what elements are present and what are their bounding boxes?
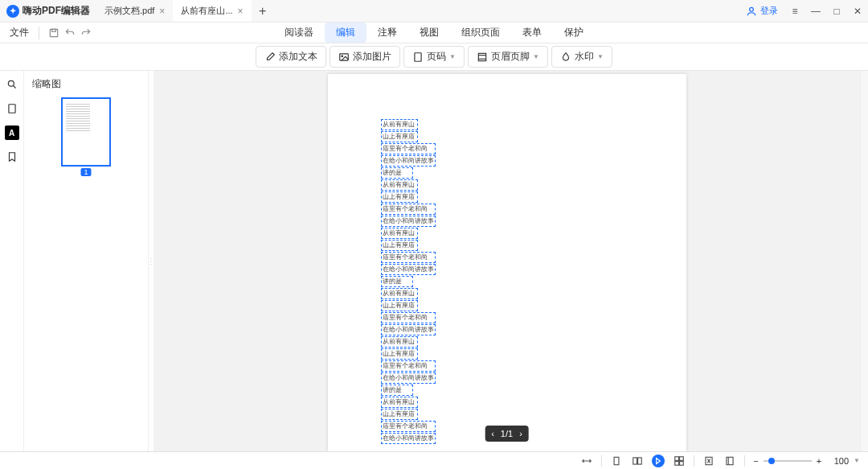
text-block[interactable]: 从前有座山	[381, 228, 418, 239]
next-page-button[interactable]: ›	[519, 429, 522, 438]
text-block[interactable]: 山上有座庙	[381, 131, 418, 142]
add-image-button[interactable]: 添加图片	[330, 46, 400, 68]
tab-protect[interactable]: 保护	[553, 23, 595, 43]
watermark-icon	[560, 51, 571, 63]
page-number-button[interactable]: 页码 ▼	[403, 46, 465, 68]
two-page-icon[interactable]	[631, 455, 644, 467]
single-page-icon[interactable]	[610, 455, 623, 467]
header-footer-icon	[477, 51, 488, 63]
tab-view[interactable]: 视图	[408, 23, 450, 43]
text-block[interactable]: 讲的是	[381, 167, 413, 179]
text-block[interactable]: 山上有座庙	[381, 240, 418, 251]
text-block[interactable]: 从前有座山	[381, 397, 418, 408]
text-block[interactable]: 庙里有个老和尚	[381, 360, 436, 372]
text-block[interactable]: 在给小和尚讲故事	[381, 155, 436, 167]
chevron-down-icon[interactable]: ▼	[854, 457, 860, 464]
undo-icon[interactable]	[62, 25, 78, 41]
text-block[interactable]: 讲的是	[381, 276, 413, 287]
tab-label: 示例文档.pdf	[104, 5, 154, 17]
text-block[interactable]: 在给小和尚讲故事	[381, 433, 436, 444]
app-logo-icon: ✦	[6, 5, 19, 18]
svg-point-0	[750, 7, 754, 11]
tab-form[interactable]: 表单	[511, 23, 553, 43]
text-block[interactable]: 从前有座山	[381, 119, 418, 130]
tab-edit[interactable]: 编辑	[325, 23, 366, 43]
app-brand: ✦ 嗨动PDF编辑器	[0, 4, 96, 18]
text-block[interactable]: 庙里有个老和尚	[381, 252, 436, 263]
bookmark-icon[interactable]	[5, 150, 19, 164]
continuous-scroll-icon[interactable]	[652, 455, 665, 467]
text-icon[interactable]: A	[5, 125, 19, 140]
svg-rect-17	[680, 456, 684, 460]
fit-width-icon[interactable]	[580, 455, 593, 467]
svg-point-9	[8, 80, 14, 86]
svg-marker-15	[657, 458, 661, 463]
close-icon[interactable]: ×	[159, 6, 165, 17]
continuous-two-page-icon[interactable]	[673, 455, 686, 467]
chevron-down-icon: ▼	[597, 53, 604, 60]
search-icon[interactable]	[5, 77, 19, 92]
file-menu[interactable]: 文件	[6, 26, 32, 39]
text-block[interactable]: 庙里有个老和尚	[381, 204, 436, 215]
minimize-button[interactable]: —	[805, 0, 826, 23]
thumbnail-page-number: 1	[80, 168, 91, 176]
actual-size-icon[interactable]	[723, 455, 736, 467]
tab-doc-0[interactable]: 示例文档.pdf ×	[96, 0, 173, 22]
text-block[interactable]: 在给小和尚讲故事	[381, 324, 436, 335]
svg-rect-19	[680, 461, 684, 465]
svg-rect-12	[614, 457, 619, 464]
maximize-button[interactable]: □	[826, 0, 847, 23]
svg-rect-18	[675, 461, 679, 465]
text-block[interactable]: 从前有座山	[381, 336, 418, 348]
text-block[interactable]: 庙里有个老和尚	[381, 421, 436, 432]
prev-page-button[interactable]: ‹	[491, 429, 494, 438]
add-text-button[interactable]: 添加文本	[256, 46, 326, 68]
text-block[interactable]: 山上有座庙	[381, 300, 418, 311]
canvas[interactable]: 从前有座山山上有座庙庙里有个老和尚在给小和尚讲故事讲的是从前有座山山上有座庙庙里…	[154, 71, 860, 451]
page-1[interactable]: 从前有座山山上有座庙庙里有个老和尚在给小和尚讲故事讲的是从前有座山山上有座庙庙里…	[328, 74, 686, 451]
login-button[interactable]: 登录	[739, 5, 784, 17]
text-block[interactable]: 在给小和尚讲故事	[381, 216, 436, 227]
fit-page-icon[interactable]	[702, 455, 715, 467]
svg-rect-13	[633, 457, 637, 463]
close-button[interactable]: ✕	[847, 0, 868, 23]
text-block[interactable]: 在给小和尚讲故事	[381, 264, 436, 275]
thumbnails-icon[interactable]	[5, 101, 19, 116]
page-thumbnail-1[interactable]: 1	[61, 97, 111, 167]
thumbnail-panel-title: 缩略图	[31, 77, 141, 91]
text-block[interactable]: 庙里有个老和尚	[381, 312, 436, 323]
svg-point-4	[342, 55, 343, 56]
tab-organize[interactable]: 组织页面	[450, 23, 511, 43]
svg-rect-2	[52, 29, 56, 31]
svg-rect-14	[638, 457, 642, 463]
close-icon[interactable]: ×	[238, 6, 244, 17]
vertical-scrollbar[interactable]	[860, 71, 868, 451]
text-block[interactable]: 在给小和尚讲故事	[381, 372, 436, 384]
save-icon[interactable]	[46, 25, 62, 41]
user-icon	[746, 6, 757, 17]
tab-doc-1[interactable]: 从前有座山... ×	[173, 0, 251, 22]
svg-rect-3	[340, 53, 349, 60]
text-block[interactable]: 山上有座庙	[381, 191, 418, 203]
add-tab-button[interactable]: +	[252, 0, 274, 22]
text-block[interactable]: 从前有座山	[381, 179, 418, 191]
text-block[interactable]: 山上有座庙	[381, 348, 418, 360]
image-icon	[338, 51, 350, 63]
left-rail: A	[0, 71, 24, 451]
tab-reader[interactable]: 阅读器	[273, 23, 325, 43]
text-block[interactable]: 山上有座庙	[381, 409, 418, 420]
menu-icon[interactable]: ≡	[784, 0, 805, 23]
svg-rect-5	[415, 52, 421, 61]
zoom-out-button[interactable]: −	[753, 456, 758, 466]
text-block[interactable]: 从前有座山	[381, 288, 418, 299]
watermark-button[interactable]: 水印 ▼	[551, 46, 612, 68]
text-block[interactable]: 庙里有个老和尚	[381, 143, 436, 154]
zoom-in-button[interactable]: +	[817, 456, 821, 466]
zoom-slider[interactable]	[764, 460, 812, 462]
redo-icon[interactable]	[78, 25, 94, 41]
text-block[interactable]: 讲的是	[381, 385, 413, 396]
tab-annotate[interactable]: 注释	[366, 23, 408, 43]
page-indicator: 1/1	[501, 429, 513, 438]
header-footer-button[interactable]: 页眉页脚 ▼	[468, 46, 548, 68]
thumbnail-panel: 缩略图 1	[24, 71, 149, 451]
